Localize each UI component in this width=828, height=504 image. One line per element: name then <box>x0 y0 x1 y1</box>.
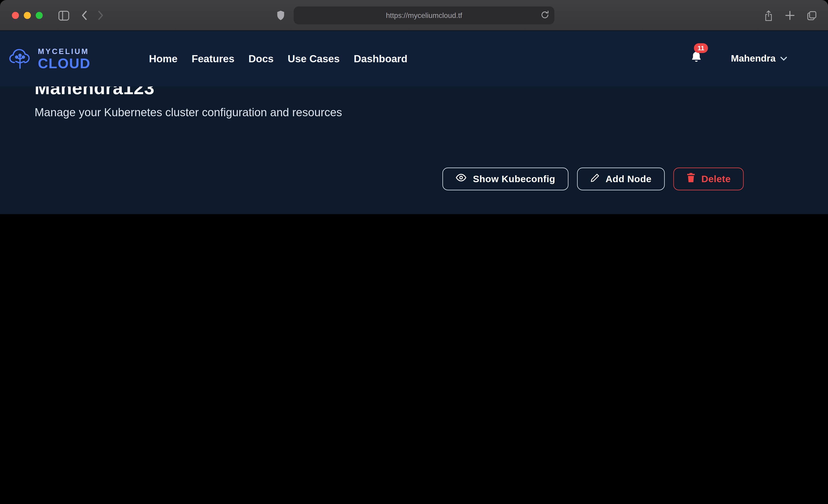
chevron-down-icon <box>780 56 787 61</box>
show-kubeconfig-button[interactable]: Show Kubeconfig <box>443 168 568 191</box>
notifications-button[interactable]: 11 <box>690 51 703 67</box>
add-node-button[interactable]: Add Node <box>577 168 664 191</box>
user-menu[interactable]: Mahendra <box>731 53 787 64</box>
app-navbar: MYCELIUM CLOUD Home Features Docs Use Ca… <box>0 31 828 86</box>
page-title: Mahendra123 <box>35 87 771 98</box>
delete-label: Delete <box>701 173 731 184</box>
sidebar-toggle-icon[interactable] <box>57 10 70 21</box>
back-icon[interactable] <box>81 10 87 21</box>
close-window-button[interactable] <box>12 12 19 19</box>
logo-text-top: MYCELIUM <box>38 47 90 55</box>
plus-icon[interactable] <box>785 11 794 20</box>
window-controls <box>12 12 43 19</box>
page-subtitle: Manage your Kubernetes cluster configura… <box>35 106 771 119</box>
bell-icon <box>690 57 703 66</box>
browser-chrome: https://myceliumcloud.tf <box>0 0 828 31</box>
shield-icon[interactable] <box>277 10 285 23</box>
nav-link[interactable]: Use Cases <box>288 53 340 65</box>
reload-icon[interactable] <box>540 10 549 22</box>
logo-icon <box>8 46 32 71</box>
nav-link[interactable]: Dashboard <box>354 53 408 65</box>
delete-cluster-button[interactable]: Delete <box>673 168 744 191</box>
user-name: Mahendra <box>731 53 776 64</box>
eye-icon <box>455 173 467 185</box>
nav-link-label: Features <box>192 53 235 64</box>
nav-link-label: Dashboard <box>354 53 408 64</box>
notification-badge: 11 <box>694 43 708 53</box>
zoom-window-button[interactable] <box>36 12 43 19</box>
logo[interactable]: MYCELIUM CLOUD <box>8 46 90 71</box>
nav-link[interactable]: Docs <box>248 53 274 65</box>
tabs-icon[interactable] <box>806 10 817 21</box>
show-kubeconfig-label: Show Kubeconfig <box>473 173 555 184</box>
browser-window: https://myceliumcloud.tf <box>0 0 828 214</box>
cluster-actions: Show Kubeconfig Add Node Delete <box>35 168 744 191</box>
url-text: https://myceliumcloud.tf <box>386 11 462 19</box>
forward-icon[interactable] <box>98 10 104 21</box>
nav-links: Home Features Docs Use Cases Dashboard <box>149 53 408 65</box>
trash-icon <box>686 172 695 185</box>
address-bar[interactable]: https://myceliumcloud.tf <box>294 6 554 24</box>
logo-text-bottom: CLOUD <box>38 56 90 70</box>
nav-link[interactable]: Home <box>149 53 177 65</box>
nav-link-label: Home <box>149 53 177 64</box>
pencil-icon <box>590 173 599 185</box>
nav-link-label: Use Cases <box>288 53 340 64</box>
share-icon[interactable] <box>764 9 773 22</box>
nav-link-label: Docs <box>248 53 274 64</box>
page-content: Mahendra123 Manage your Kubernetes clust… <box>0 87 828 214</box>
minimize-window-button[interactable] <box>24 12 31 19</box>
add-node-label: Add Node <box>606 173 652 184</box>
nav-link[interactable]: Features <box>192 53 235 65</box>
